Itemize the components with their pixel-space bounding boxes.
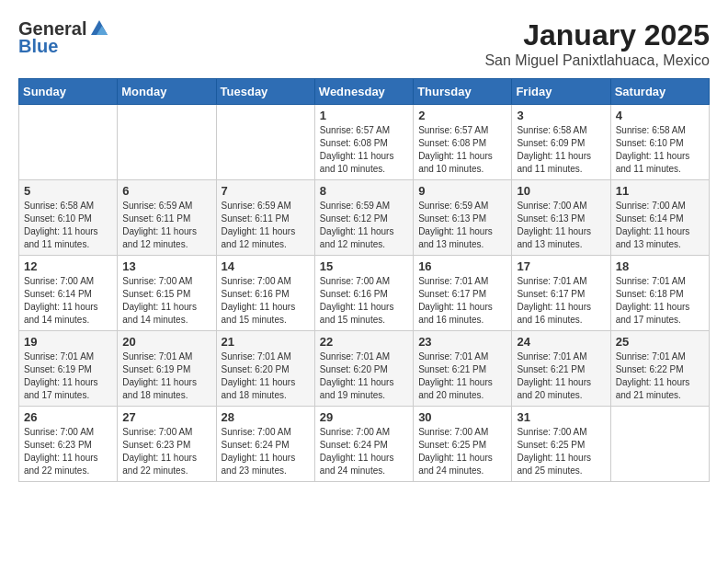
day-info: Sunrise: 6:59 AMSunset: 6:13 PMDaylight:… bbox=[418, 200, 506, 251]
day-number: 11 bbox=[616, 184, 704, 198]
day-number: 18 bbox=[616, 259, 704, 273]
day-info: Sunrise: 7:00 AMSunset: 6:15 PMDaylight:… bbox=[122, 275, 210, 327]
calendar-cell: 15Sunrise: 7:00 AMSunset: 6:16 PMDayligh… bbox=[314, 256, 413, 331]
day-info: Sunrise: 6:57 AMSunset: 6:08 PMDaylight:… bbox=[320, 124, 408, 176]
calendar-cell: 16Sunrise: 7:01 AMSunset: 6:17 PMDayligh… bbox=[414, 256, 512, 331]
day-info: Sunrise: 7:01 AMSunset: 6:17 PMDaylight:… bbox=[418, 275, 506, 327]
calendar-subtitle: San Miguel Panixtlahuaca, Mexico bbox=[484, 52, 710, 69]
calendar-cell: 26Sunrise: 7:00 AMSunset: 6:23 PMDayligh… bbox=[19, 407, 118, 482]
calendar-cell: 10Sunrise: 7:00 AMSunset: 6:13 PMDayligh… bbox=[512, 180, 610, 256]
day-number: 27 bbox=[122, 410, 210, 424]
calendar-week-row: 12Sunrise: 7:00 AMSunset: 6:14 PMDayligh… bbox=[19, 256, 710, 331]
weekday-header-saturday: Saturday bbox=[610, 79, 709, 105]
day-number: 22 bbox=[320, 335, 408, 349]
calendar-cell: 23Sunrise: 7:01 AMSunset: 6:21 PMDayligh… bbox=[414, 331, 512, 407]
day-info: Sunrise: 7:01 AMSunset: 6:17 PMDaylight:… bbox=[517, 275, 605, 327]
weekday-header-monday: Monday bbox=[118, 79, 216, 105]
logo-icon bbox=[89, 18, 109, 39]
day-info: Sunrise: 7:00 AMSunset: 6:23 PMDaylight:… bbox=[24, 426, 112, 477]
calendar-cell: 13Sunrise: 7:00 AMSunset: 6:15 PMDayligh… bbox=[118, 256, 216, 331]
day-info: Sunrise: 7:01 AMSunset: 6:20 PMDaylight:… bbox=[222, 350, 310, 402]
calendar-cell: 30Sunrise: 7:00 AMSunset: 6:25 PMDayligh… bbox=[414, 407, 512, 482]
calendar-cell: 9Sunrise: 6:59 AMSunset: 6:13 PMDaylight… bbox=[414, 180, 512, 256]
day-info: Sunrise: 7:01 AMSunset: 6:21 PMDaylight:… bbox=[418, 350, 506, 402]
calendar-cell: 24Sunrise: 7:01 AMSunset: 6:21 PMDayligh… bbox=[512, 331, 610, 407]
day-number: 30 bbox=[418, 410, 506, 424]
calendar-week-row: 5Sunrise: 6:58 AMSunset: 6:10 PMDaylight… bbox=[19, 180, 710, 256]
calendar-cell: 22Sunrise: 7:01 AMSunset: 6:20 PMDayligh… bbox=[314, 331, 413, 407]
calendar-cell: 11Sunrise: 7:00 AMSunset: 6:14 PMDayligh… bbox=[610, 180, 709, 256]
day-number: 16 bbox=[418, 259, 506, 273]
day-number: 5 bbox=[24, 184, 112, 198]
calendar-cell: 21Sunrise: 7:01 AMSunset: 6:20 PMDayligh… bbox=[216, 331, 314, 407]
calendar-cell: 5Sunrise: 6:58 AMSunset: 6:10 PMDaylight… bbox=[19, 180, 118, 256]
day-number: 12 bbox=[24, 259, 112, 273]
day-number: 20 bbox=[122, 335, 210, 349]
day-number: 13 bbox=[122, 259, 210, 273]
day-info: Sunrise: 7:01 AMSunset: 6:18 PMDaylight:… bbox=[616, 275, 704, 327]
day-info: Sunrise: 7:00 AMSunset: 6:16 PMDaylight:… bbox=[222, 275, 310, 327]
weekday-header-tuesday: Tuesday bbox=[216, 79, 314, 105]
day-number: 10 bbox=[517, 184, 605, 198]
day-number: 17 bbox=[517, 259, 605, 273]
weekday-header-row: SundayMondayTuesdayWednesdayThursdayFrid… bbox=[19, 79, 710, 105]
day-info: Sunrise: 7:01 AMSunset: 6:22 PMDaylight:… bbox=[616, 350, 704, 402]
day-number: 26 bbox=[24, 410, 112, 424]
day-number: 8 bbox=[320, 184, 408, 198]
day-info: Sunrise: 7:01 AMSunset: 6:19 PMDaylight:… bbox=[122, 350, 210, 402]
calendar-cell: 19Sunrise: 7:01 AMSunset: 6:19 PMDayligh… bbox=[19, 331, 118, 407]
calendar-cell: 25Sunrise: 7:01 AMSunset: 6:22 PMDayligh… bbox=[610, 331, 709, 407]
day-number: 28 bbox=[222, 410, 310, 424]
calendar-cell bbox=[610, 407, 709, 482]
day-number: 15 bbox=[320, 259, 408, 273]
day-info: Sunrise: 7:00 AMSunset: 6:25 PMDaylight:… bbox=[418, 426, 506, 477]
calendar-cell bbox=[216, 105, 314, 180]
calendar-cell: 1Sunrise: 6:57 AMSunset: 6:08 PMDaylight… bbox=[314, 105, 413, 180]
day-number: 1 bbox=[320, 109, 408, 122]
day-info: Sunrise: 7:00 AMSunset: 6:14 PMDaylight:… bbox=[24, 275, 112, 327]
calendar-week-row: 1Sunrise: 6:57 AMSunset: 6:08 PMDaylight… bbox=[19, 105, 710, 180]
day-info: Sunrise: 6:59 AMSunset: 6:11 PMDaylight:… bbox=[222, 200, 310, 251]
day-number: 24 bbox=[517, 335, 605, 349]
day-info: Sunrise: 6:59 AMSunset: 6:11 PMDaylight:… bbox=[122, 200, 210, 251]
calendar-cell: 2Sunrise: 6:57 AMSunset: 6:08 PMDaylight… bbox=[414, 105, 512, 180]
calendar-cell: 18Sunrise: 7:01 AMSunset: 6:18 PMDayligh… bbox=[610, 256, 709, 331]
calendar-cell: 20Sunrise: 7:01 AMSunset: 6:19 PMDayligh… bbox=[118, 331, 216, 407]
weekday-header-sunday: Sunday bbox=[19, 79, 118, 105]
day-info: Sunrise: 7:00 AMSunset: 6:14 PMDaylight:… bbox=[616, 200, 704, 251]
calendar-cell: 8Sunrise: 6:59 AMSunset: 6:12 PMDaylight… bbox=[314, 180, 413, 256]
weekday-header-wednesday: Wednesday bbox=[314, 79, 413, 105]
calendar-table: SundayMondayTuesdayWednesdayThursdayFrid… bbox=[18, 78, 710, 482]
day-number: 4 bbox=[616, 109, 704, 122]
day-info: Sunrise: 6:58 AMSunset: 6:09 PMDaylight:… bbox=[517, 124, 605, 176]
calendar-week-row: 19Sunrise: 7:01 AMSunset: 6:19 PMDayligh… bbox=[19, 331, 710, 407]
day-number: 19 bbox=[24, 335, 112, 349]
calendar-cell: 3Sunrise: 6:58 AMSunset: 6:09 PMDaylight… bbox=[512, 105, 610, 180]
calendar-cell: 4Sunrise: 6:58 AMSunset: 6:10 PMDaylight… bbox=[610, 105, 709, 180]
calendar-week-row: 26Sunrise: 7:00 AMSunset: 6:23 PMDayligh… bbox=[19, 407, 710, 482]
page-header: General Blue January 2025 San Miguel Pan… bbox=[18, 18, 710, 69]
title-section: January 2025 San Miguel Panixtlahuaca, M… bbox=[484, 18, 710, 69]
day-info: Sunrise: 7:00 AMSunset: 6:23 PMDaylight:… bbox=[122, 426, 210, 477]
day-info: Sunrise: 7:01 AMSunset: 6:21 PMDaylight:… bbox=[517, 350, 605, 402]
day-number: 14 bbox=[222, 259, 310, 273]
day-info: Sunrise: 7:01 AMSunset: 6:20 PMDaylight:… bbox=[320, 350, 408, 402]
weekday-header-thursday: Thursday bbox=[414, 79, 512, 105]
logo-blue-text: Blue bbox=[18, 36, 58, 57]
calendar-cell bbox=[118, 105, 216, 180]
day-info: Sunrise: 6:58 AMSunset: 6:10 PMDaylight:… bbox=[616, 124, 704, 176]
calendar-cell: 27Sunrise: 7:00 AMSunset: 6:23 PMDayligh… bbox=[118, 407, 216, 482]
day-info: Sunrise: 7:00 AMSunset: 6:24 PMDaylight:… bbox=[222, 426, 310, 477]
day-info: Sunrise: 7:00 AMSunset: 6:25 PMDaylight:… bbox=[517, 426, 605, 477]
calendar-cell bbox=[19, 105, 118, 180]
day-info: Sunrise: 6:58 AMSunset: 6:10 PMDaylight:… bbox=[24, 200, 112, 251]
calendar-cell: 7Sunrise: 6:59 AMSunset: 6:11 PMDaylight… bbox=[216, 180, 314, 256]
day-info: Sunrise: 7:00 AMSunset: 6:13 PMDaylight:… bbox=[517, 200, 605, 251]
calendar-cell: 28Sunrise: 7:00 AMSunset: 6:24 PMDayligh… bbox=[216, 407, 314, 482]
calendar-body: 1Sunrise: 6:57 AMSunset: 6:08 PMDaylight… bbox=[19, 105, 710, 482]
calendar-header: SundayMondayTuesdayWednesdayThursdayFrid… bbox=[19, 79, 710, 105]
day-number: 6 bbox=[122, 184, 210, 198]
day-info: Sunrise: 7:00 AMSunset: 6:24 PMDaylight:… bbox=[320, 426, 408, 477]
calendar-cell: 14Sunrise: 7:00 AMSunset: 6:16 PMDayligh… bbox=[216, 256, 314, 331]
weekday-header-friday: Friday bbox=[512, 79, 610, 105]
